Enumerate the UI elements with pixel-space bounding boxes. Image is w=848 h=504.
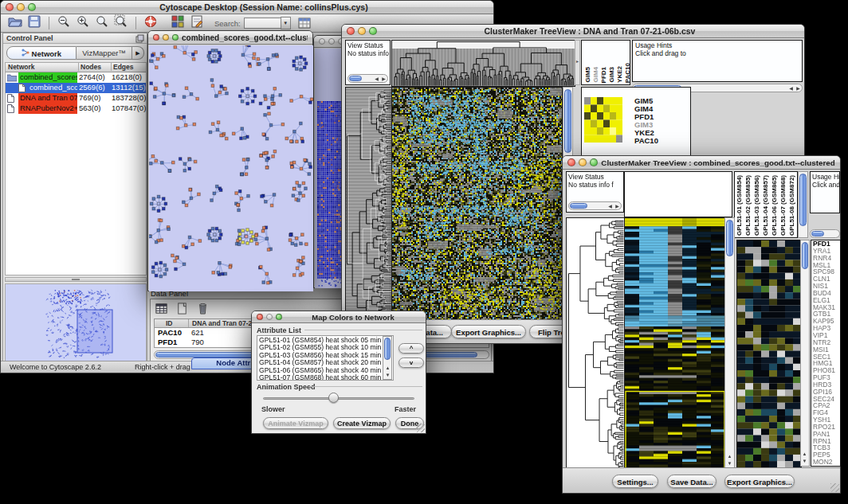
tv2-heatmap-vscrollbar[interactable]: ▲▼ <box>724 217 735 469</box>
attribute-list-item[interactable]: GPL51-07 (GSM868) heat shock 60 min <box>259 374 391 381</box>
column-label[interactable]: GIM5 <box>584 67 591 83</box>
open-folder-icon[interactable] <box>8 14 22 32</box>
column-label[interactable]: GPL51-02 (GSM855) <box>744 175 752 236</box>
tv2-row-dendrogram[interactable] <box>566 217 626 471</box>
tv2-usage-scrollbar[interactable] <box>810 229 840 238</box>
column-label[interactable]: PAC10 <box>624 63 630 83</box>
network-table-row[interactable]: combined_sco2569(6)13112(15) <box>6 83 146 93</box>
close-button[interactable] <box>257 314 263 320</box>
tv1-splitter[interactable]: ▸ <box>575 40 580 85</box>
tv1-heatmap[interactable] <box>391 87 563 321</box>
column-label[interactable]: GPL51-04 (GSM857) <box>762 175 769 236</box>
minimize-button[interactable] <box>579 158 587 166</box>
tv1-status-scrollbar[interactable]: ◀▶ <box>347 74 388 83</box>
minimize-button[interactable] <box>266 314 273 320</box>
move-down-button[interactable]: v <box>398 357 424 368</box>
gene-label[interactable]: MON2 <box>813 459 840 466</box>
tv2-zoom-heatmap[interactable] <box>736 240 802 468</box>
attribute-list-scrollbar[interactable]: ▲▼ <box>383 336 392 380</box>
animate-vizmap-button[interactable]: Animate Vizmap <box>263 417 328 429</box>
attribute-list[interactable]: GPL51-01 (GSM854) heat shock 05 minGPL51… <box>257 335 394 381</box>
new-attribute-icon[interactable] <box>175 302 189 318</box>
column-label[interactable]: GPL51-08 (GSM872) <box>788 175 795 236</box>
network-table-row[interactable]: combined_scores2764(0)16218(0) <box>6 72 146 83</box>
search-dropdown-button[interactable]: ▼ <box>281 17 291 29</box>
network-edges: 13112(15) <box>112 83 146 92</box>
zoom-out-icon[interactable] <box>57 14 71 32</box>
column-label[interactable]: GPL51-03 (GSM856) <box>753 175 760 236</box>
delete-attribute-icon[interactable] <box>196 302 210 318</box>
export-graphics-button[interactable]: Export Graphics... <box>724 475 795 488</box>
tv1-column-dendrogram[interactable] <box>391 40 575 87</box>
treeview1-titlebar[interactable]: ClusterMaker TreeView : DNA and Tran 07-… <box>342 25 804 38</box>
tv1-column-labels[interactable]: GIM5GIM4PFD1GIM3YKE2PAC10 <box>581 40 630 85</box>
tv2-collabel-scrollbar[interactable] <box>798 171 808 238</box>
tv2-column-dendrogram[interactable] <box>624 171 732 217</box>
vizmap-icon[interactable] <box>171 14 185 32</box>
zoom-button[interactable] <box>369 27 377 35</box>
minimize-button[interactable] <box>163 34 169 41</box>
tv2-gene-labels[interactable]: PFD1YRA1RNR4MSL1SPC98CLN1NIS1BUD4ELG1MAK… <box>811 240 841 467</box>
resize-grip[interactable] <box>416 424 425 432</box>
resize-grip[interactable] <box>830 483 839 492</box>
attribute-table-icon[interactable] <box>155 302 168 318</box>
column-label[interactable]: GIM4 <box>592 67 599 83</box>
treeview2-titlebar[interactable]: ClusterMaker TreeView : combined_scores_… <box>563 156 840 170</box>
zoom-actual-icon[interactable] <box>95 14 109 32</box>
network1-canvas[interactable] <box>149 45 313 291</box>
tab-network[interactable]: Network <box>6 46 77 60</box>
import-table-icon[interactable] <box>297 16 312 30</box>
tab-overflow-button[interactable]: ▶ <box>132 46 144 60</box>
tv2-column-labels[interactable]: GPL51-01 (GSM854)GPL51-02 (GSM855)GPL51-… <box>734 171 798 238</box>
minimize-button[interactable] <box>17 3 25 11</box>
column-label[interactable]: GPL51-06 (GSM865) <box>771 175 778 236</box>
zoom-button[interactable] <box>172 34 179 41</box>
minimize-button[interactable] <box>358 27 366 35</box>
column-label[interactable]: GPL51-01 (GSM854) <box>736 175 743 236</box>
animation-slider-thumb[interactable] <box>328 393 339 403</box>
create-vizmap-button[interactable]: Create Vizmap <box>333 417 391 429</box>
close-button[interactable] <box>347 27 355 35</box>
zoom-in-icon[interactable] <box>76 14 90 32</box>
row-label[interactable]: PAC10 <box>634 137 658 145</box>
column-label[interactable]: GPL51-07 (GSM868) <box>779 175 787 236</box>
network-overview-canvas[interactable] <box>5 283 147 362</box>
column-label[interactable]: PFD1 <box>600 67 607 83</box>
save-icon[interactable] <box>27 14 41 32</box>
minimize-button[interactable] <box>328 38 335 45</box>
network-table-header[interactable]: Network Nodes Edges <box>6 63 146 72</box>
zoom-fit-icon[interactable] <box>114 14 128 32</box>
tv1-mini-heatmap[interactable] <box>584 97 622 143</box>
network-table-row[interactable]: RNAPuberNov2+563(0)107847(0) <box>6 104 146 114</box>
close-button[interactable] <box>319 38 325 45</box>
search-input[interactable] <box>244 18 281 29</box>
network-table-row[interactable]: DNA and Tran 07769(0)183728(0) <box>6 93 146 104</box>
panel-divider[interactable] <box>5 277 147 282</box>
export-graphics-button[interactable]: Export Graphics... <box>451 325 526 338</box>
column-label[interactable]: YKE2 <box>616 66 623 83</box>
zoom-button[interactable] <box>276 314 282 320</box>
tv2-status-scrollbar[interactable]: ◀▶ <box>568 201 622 210</box>
dialog-titlebar[interactable]: Map Colors to Network <box>252 311 426 323</box>
network1-titlebar[interactable]: combined_scores_good.txt--cluste... <box>148 31 312 45</box>
save-data-button[interactable]: Save Data... <box>667 475 716 488</box>
zoom-button[interactable] <box>28 3 36 11</box>
network-name: combined_sco <box>28 83 77 93</box>
close-button[interactable] <box>6 3 14 11</box>
column-label[interactable]: GIM3 <box>608 67 615 83</box>
annotation-icon[interactable] <box>190 14 204 32</box>
settings-button[interactable]: Settings... <box>612 475 658 488</box>
tv1-row-dendrogram[interactable] <box>345 87 392 321</box>
main-titlebar[interactable]: Cytoscape Desktop (Session Name: collins… <box>1 1 493 14</box>
tv1-row-labels[interactable]: GIM5GIM4PFD1GIM3YKE2PAC10 <box>634 97 658 145</box>
move-up-button[interactable]: ^ <box>398 343 424 354</box>
float-panel-icon[interactable] <box>135 34 144 45</box>
tab-vizmapper[interactable]: VizMapper™ <box>77 46 132 60</box>
animation-slider-track[interactable] <box>263 397 414 400</box>
close-button[interactable] <box>567 158 575 166</box>
zoom-button[interactable] <box>590 158 598 166</box>
tv2-gene-scrollbar[interactable]: ▲▼ <box>800 240 810 467</box>
close-button[interactable] <box>153 34 159 41</box>
tv2-heatmap[interactable] <box>624 217 726 471</box>
help-icon[interactable] <box>143 14 158 32</box>
